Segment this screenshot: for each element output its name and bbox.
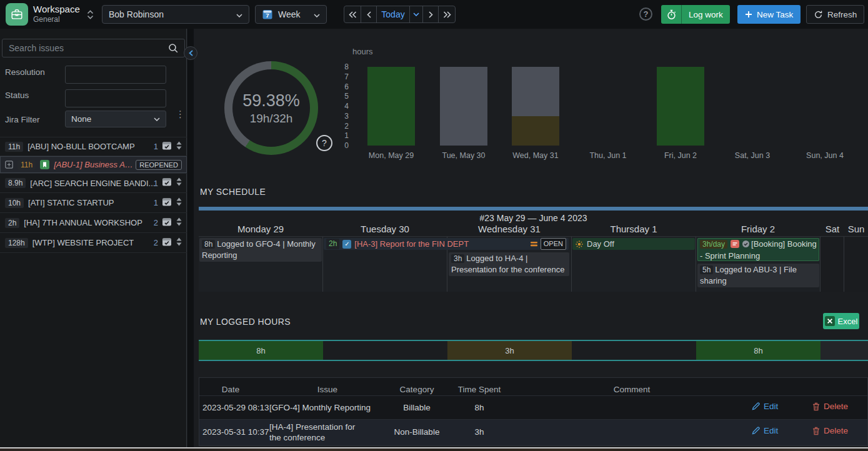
sidebar-collapse-button[interactable] (184, 46, 197, 60)
workspace-icon[interactable] (6, 3, 28, 26)
chevron-down-icon (413, 12, 419, 16)
schedule-cell-saturday[interactable] (821, 237, 844, 292)
issue-name: [ABU-1] Business Analyt... (54, 160, 134, 169)
toolbar: Workspace General Bob Robinson 7 Week (0, 0, 868, 29)
nav-last-button[interactable] (438, 6, 456, 23)
schedule-event-day-off[interactable]: Day Off (572, 238, 695, 250)
new-task-button[interactable]: New Task (737, 5, 801, 24)
sort-arrows-icon[interactable] (176, 237, 182, 249)
table-separator (199, 419, 867, 420)
x-axis-label: Sun, Jun 4 (806, 151, 844, 160)
sort-arrows-icon[interactable] (176, 197, 182, 209)
nav-first-button[interactable] (344, 6, 361, 23)
bar-segment-gray (440, 67, 487, 146)
log-work-button[interactable]: Log work (661, 5, 730, 24)
approved-seal-icon (742, 240, 750, 250)
worklog-category: Non-Billable (394, 427, 440, 437)
donut-help-icon[interactable]: ? (316, 135, 332, 151)
issue-row-ha[interactable]: 2h [HA] 7TH ANNUAL WORKSHOP 2 (0, 212, 187, 232)
delete-button[interactable]: Delete (812, 402, 848, 411)
issue-hours-badge: 2h (5, 218, 19, 228)
sort-arrows-icon[interactable] (176, 141, 182, 152)
resolution-input[interactable] (65, 66, 166, 84)
schedule-day-header: Monday 29 (237, 224, 284, 234)
status-input[interactable] (65, 89, 166, 107)
issue-count: 1 (154, 179, 158, 188)
x-axis-label: Thu, Jun 1 (589, 151, 626, 160)
search-box (2, 39, 185, 57)
note-icon (731, 240, 739, 250)
schedule-event-wednesday-logged[interactable]: 3hLogged to HA-4 | Presentation for the … (449, 252, 569, 276)
issue-name: [WTP] WEBSITE PROJECT (32, 238, 134, 247)
workspace-expander-icon[interactable] (87, 9, 94, 22)
jira-filter-label: Jira Filter (5, 115, 40, 124)
edit-button[interactable]: Edit (752, 426, 778, 435)
event-issue-title: [HA-3] Report for the FIN DEPT (354, 239, 527, 249)
search-icon[interactable] (167, 42, 184, 54)
today-button[interactable]: Today (376, 6, 410, 23)
event-hours-badge: 2h (326, 239, 339, 249)
period-select[interactable]: 7 Week (255, 5, 327, 24)
schedule-cell-sunday[interactable] (844, 237, 868, 292)
table-separator (199, 395, 867, 396)
plus-icon (745, 11, 752, 18)
calendar-check-icon[interactable] (162, 197, 172, 209)
refresh-button[interactable]: Refresh (806, 5, 864, 24)
edit-button[interactable]: Edit (752, 402, 778, 411)
calendar-check-icon[interactable] (162, 141, 172, 152)
day-total-segment: 3h (447, 341, 572, 360)
worklog-time-spent: 8h (474, 403, 484, 412)
day-total-segment: 8h (199, 341, 323, 360)
schedule-title: MY SCHEDULE (200, 187, 266, 197)
jira-filter-menu-icon[interactable]: ⋮ (176, 112, 185, 116)
worklog-date: 2023-05-29 08:13 (202, 403, 269, 412)
jira-filter-select[interactable]: None (65, 111, 166, 127)
issue-hours-badge: 128h (5, 238, 28, 248)
x-axis-label: Sat, Jun 3 (735, 151, 770, 160)
calendar-check-icon[interactable] (162, 237, 172, 249)
stopwatch-icon[interactable] (661, 5, 682, 24)
schedule-event-friday-logged[interactable]: 5hLogged to ABU-3 | File sharing (697, 264, 819, 287)
issue-count: 1 (154, 142, 158, 151)
issue-row-abu1[interactable]: 11h [ABU-1] Business Analyt... REOPENED (0, 156, 187, 173)
status-label: Status (5, 91, 29, 100)
worklog-table: Date Issue Category Time Spent Comment 2… (199, 377, 868, 446)
schedule-event-monday-logged[interactable]: 8hLogged to GFO-4 | Monthly Reporting (199, 238, 322, 262)
schedule-day-header: Wednesday 31 (478, 224, 541, 234)
calendar-check-icon[interactable] (162, 177, 172, 189)
excel-export-button[interactable]: Excel (823, 313, 859, 329)
schedule-event-ha3[interactable]: 2h ✓ [HA-3] Report for the FIN DEPT OPEN (324, 238, 569, 250)
nav-prev-button[interactable] (361, 6, 377, 23)
calendar-check-icon[interactable] (162, 217, 172, 229)
y-axis-tick: 4 (337, 102, 349, 111)
period-select-value: Week (278, 9, 301, 19)
issue-row-abu[interactable]: 11h [ABU] NO-BULL BOOTCAMP 1 (0, 137, 187, 156)
user-select[interactable]: Bob Robinson (102, 5, 249, 24)
help-icon[interactable]: ? (639, 7, 652, 21)
issue-row-ati[interactable]: 10h [ATI] STATIC STARTUP 1 (0, 192, 187, 212)
bar-chart: 012345678Mon, May 29Tue, May 30Wed, May … (337, 63, 868, 188)
sort-arrows-icon[interactable] (176, 177, 182, 189)
nav-next-button[interactable] (422, 6, 439, 23)
expand-icon[interactable] (5, 161, 13, 169)
delete-button[interactable]: Delete (812, 426, 848, 435)
logged-day-bar: 8h3h8h (199, 341, 868, 360)
svg-text:7: 7 (266, 12, 269, 19)
today-dropdown-button[interactable] (409, 6, 423, 23)
column-header-date: Date (222, 385, 240, 394)
day-total-segment (572, 341, 696, 360)
issue-row-wtp[interactable]: 128h [WTP] WEBSITE PROJECT 2 (0, 232, 187, 253)
sort-arrows-icon[interactable] (176, 217, 182, 229)
bar-segment-green (657, 67, 704, 146)
day-total-segment: 8h (696, 341, 821, 360)
chevron-down-icon (236, 9, 242, 19)
schedule-event-booking[interactable]: 3h/day[Booking] Booking - Sprint Plannin… (697, 238, 819, 261)
search-input[interactable] (2, 43, 167, 53)
chevron-right-icon (429, 11, 433, 18)
day-bar-bottom-border (199, 360, 868, 361)
progress-ratio: 19h/32h (250, 112, 293, 126)
worklog-date: 2023-05-31 10:37 (202, 427, 269, 437)
x-axis-label: Fri, Jun 2 (664, 151, 697, 160)
date-navigation: Today (344, 6, 456, 23)
issue-row-arc[interactable]: 8.9h [ARC] SEARCH ENGINE BANDI... 1 (0, 173, 187, 192)
